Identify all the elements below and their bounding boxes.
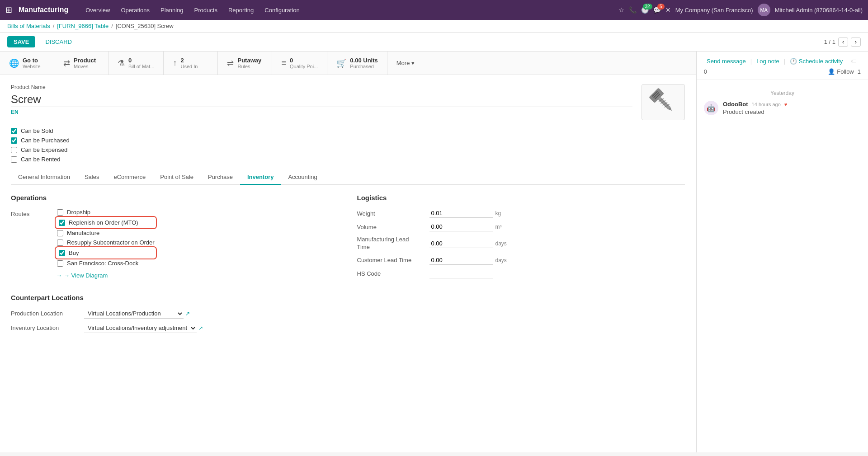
send-message-button[interactable]: Send message — [704, 56, 749, 66]
weight-input[interactable] — [429, 209, 493, 218]
route-crossdock-checkbox[interactable] — [57, 260, 63, 267]
route-resupply-checkbox[interactable] — [57, 240, 63, 246]
inventory-location-select[interactable]: Virtual Locations/Inventory adjustment — [84, 323, 197, 333]
inventory-location-ext-icon[interactable]: ↗ — [198, 325, 203, 331]
btn-bom-value: 0 — [128, 57, 154, 64]
routes-list: Dropship Replenish on Order (MTO) — [57, 209, 155, 267]
smart-buttons-bar: 🌐 Go to Website ⇄ Product Moves ⚗ 0 Bill… — [0, 52, 696, 75]
app-grid-icon[interactable]: ⊞ — [5, 5, 12, 15]
nav-products[interactable]: Products — [190, 5, 222, 15]
next-button[interactable]: › — [851, 38, 861, 47]
nav-operations[interactable]: Operations — [116, 5, 154, 15]
weight-row: Weight kg — [357, 209, 685, 218]
nav-reporting[interactable]: Reporting — [224, 5, 258, 15]
tab-inventory[interactable]: Inventory — [240, 170, 281, 185]
prev-button[interactable]: ‹ — [838, 38, 848, 47]
can-be-sold-checkbox[interactable] — [11, 128, 17, 134]
hs-code-input[interactable] — [429, 269, 493, 278]
route-dropship-label: Dropship — [67, 209, 90, 216]
message-badge: 5 — [657, 4, 665, 9]
production-location-select[interactable]: Virtual Locations/Production — [84, 309, 184, 319]
can-be-rented-checkbox[interactable] — [11, 156, 17, 163]
mfg-lead-label: Manufacturing LeadTime — [357, 236, 429, 251]
breadcrumb-bills[interactable]: Bills of Materials — [7, 23, 50, 29]
follow-button[interactable]: 👤 Follow — [828, 68, 854, 75]
counterpart-title: Counterpart Locations — [11, 294, 685, 301]
route-manufacture: Manufacture — [57, 230, 155, 236]
view-diagram-link[interactable]: → → View Diagram — [56, 272, 339, 279]
mfg-lead-input[interactable] — [429, 239, 493, 248]
phone-icon[interactable]: 📞 — [629, 6, 637, 14]
avatar[interactable]: MA — [758, 4, 770, 16]
route-mto-checkbox[interactable] — [59, 220, 65, 226]
message-header: OdooBot 14 hours ago ♥ — [723, 101, 861, 108]
product-tabs: General Information Sales eCommerce Poin… — [11, 170, 685, 185]
tab-general[interactable]: General Information — [11, 170, 77, 185]
smart-btn-usedin[interactable]: ↑ 2 Used In — [164, 52, 218, 75]
can-be-purchased-checkbox[interactable] — [11, 137, 17, 144]
clock-schedule-icon: 🕐 — [790, 58, 797, 65]
heart-icon[interactable]: ♥ — [784, 102, 788, 107]
right-panel: Send message | Log note | 🕐 Schedule act… — [696, 52, 868, 452]
production-location-row: Production Location Virtual Locations/Pr… — [11, 309, 685, 319]
smart-btn-purchased[interactable]: 🛒 0.00 Units Purchased — [327, 52, 387, 75]
cust-lead-input[interactable] — [429, 256, 493, 265]
btn-usedin-label: Used In — [180, 64, 198, 69]
volume-unit: m³ — [495, 224, 502, 230]
route-manufacture-checkbox[interactable] — [57, 230, 63, 236]
production-location-ext-icon[interactable]: ↗ — [185, 310, 190, 317]
lang-badge[interactable]: EN — [11, 109, 632, 115]
tab-sales[interactable]: Sales — [77, 170, 107, 185]
discard-button[interactable]: DISCARD — [39, 36, 78, 47]
date-divider: Yesterday — [704, 90, 861, 96]
cust-lead-unit: days — [495, 257, 507, 263]
close-icon[interactable]: ✕ — [665, 6, 671, 14]
weight-label: Weight — [357, 210, 429, 217]
smart-btn-more[interactable]: More ▾ — [387, 52, 424, 75]
volume-row: Volume m³ — [357, 222, 685, 231]
tab-pos[interactable]: Point of Sale — [153, 170, 201, 185]
btn-usedin-value: 2 — [180, 57, 198, 64]
clock-icon[interactable]: 🕐32 — [641, 6, 649, 14]
can-be-expensed-checkbox[interactable] — [11, 147, 17, 153]
star-icon[interactable]: ☆ — [618, 6, 624, 14]
product-name-input[interactable] — [11, 92, 632, 107]
tab-accounting[interactable]: Accounting — [281, 170, 324, 185]
message-icon[interactable]: 💬5 — [653, 6, 661, 14]
message-text: Product created — [723, 108, 861, 115]
nav-planning[interactable]: Planning — [156, 5, 188, 15]
log-note-button[interactable]: Log note — [754, 56, 782, 66]
save-button[interactable]: SAVE — [7, 36, 35, 47]
inventory-location-row: Inventory Location Virtual Locations/Inv… — [11, 323, 685, 333]
right-panel-actions: Send message | Log note | 🕐 Schedule act… — [697, 52, 868, 80]
smart-btn-moves[interactable]: ⇄ Product Moves — [54, 52, 108, 75]
smart-btn-bom[interactable]: ⚗ 0 Bill of Mat... — [108, 52, 164, 75]
tab-ecommerce[interactable]: eCommerce — [106, 170, 153, 185]
hs-code-row: HS Code — [357, 269, 685, 278]
route-dropship-checkbox[interactable] — [57, 209, 63, 216]
operations-title: Operations — [11, 194, 339, 202]
route-mto: Replenish on Order (MTO) — [57, 218, 155, 227]
routes-row: Routes Dropship Replenish — [11, 209, 339, 267]
volume-input[interactable] — [429, 222, 493, 231]
product-name-section: Product Name EN — [11, 84, 685, 120]
btn-moves-label: Moves — [74, 64, 96, 69]
nav-overview[interactable]: Overview — [81, 5, 114, 15]
breadcrumb-table[interactable]: [FURN_9666] Table — [57, 23, 108, 29]
pagination: 1 / 1 ‹ › — [824, 38, 861, 47]
btn-quality-value: 0 — [290, 57, 318, 64]
product-name-left: Product Name EN — [11, 84, 632, 120]
smart-btn-quality[interactable]: ≡ 0 Quality Poi... — [272, 52, 327, 75]
mfg-lead-unit: days — [495, 240, 507, 247]
tab-purchase[interactable]: Purchase — [201, 170, 240, 185]
route-buy-checkbox[interactable] — [59, 250, 65, 256]
globe-icon: 🌐 — [9, 58, 19, 68]
follower-count: 1 — [858, 68, 861, 75]
smart-btn-website[interactable]: 🌐 Go to Website — [0, 52, 54, 75]
action-bar: SAVE DISCARD 1 / 1 ‹ › — [0, 33, 868, 52]
nav-configuration[interactable]: Configuration — [260, 5, 304, 15]
schedule-activity-button[interactable]: 🕐 Schedule activity — [787, 56, 845, 66]
smart-btn-putaway[interactable]: ⇌ Putaway Rules — [218, 52, 272, 75]
more-chevron-icon: ▾ — [411, 60, 415, 66]
chat-area: Yesterday 🤖 OdooBot 14 hours ago ♥ Produ… — [697, 80, 868, 452]
